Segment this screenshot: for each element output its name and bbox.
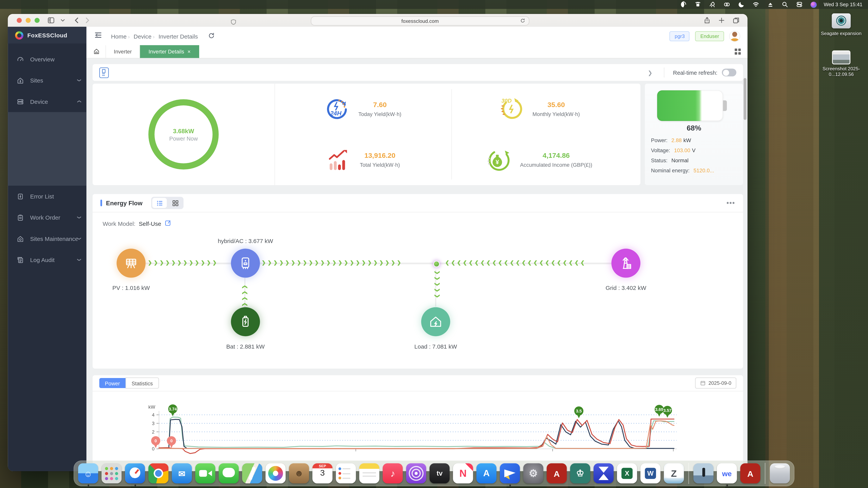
date-picker[interactable]: 2025-09-0 [695, 378, 736, 389]
expand-info-chevron-icon[interactable]: ❯ [648, 69, 652, 75]
user-avatar[interactable] [730, 31, 740, 41]
siri-icon[interactable] [810, 1, 816, 7]
page-scrollbar-thumb[interactable] [744, 78, 746, 120]
dock-icon-spark-mail[interactable] [500, 463, 520, 484]
back-button[interactable] [73, 17, 80, 24]
tab-grid-icon[interactable] [735, 46, 741, 57]
dock-icon-wetransfer[interactable]: we [717, 463, 737, 484]
share-icon[interactable] [704, 17, 711, 24]
address-bar[interactable]: foxesscloud.com [311, 16, 529, 26]
tab-inverter[interactable]: Inverter [105, 45, 140, 58]
dock-icon-appletv[interactable]: tv [430, 463, 450, 484]
close-tab-icon[interactable]: × [188, 48, 191, 55]
card-menu-icon[interactable]: ••• [726, 199, 735, 207]
creative-cloud-icon[interactable] [723, 1, 731, 8]
vpn-lock-icon[interactable] [694, 1, 702, 8]
home-tab-icon[interactable] [93, 46, 100, 57]
breadcrumb-item[interactable]: Device › [134, 33, 155, 39]
eject-icon[interactable] [767, 1, 774, 8]
grid-view-button[interactable] [168, 198, 183, 208]
battery-row: Voltage:103.00V [651, 145, 739, 155]
minimize-window-button[interactable] [26, 18, 31, 23]
desktop-icon-screenshot[interactable]: Screenshot 2025-0...12.09.56 [818, 51, 865, 77]
realtime-refresh-toggle[interactable] [722, 69, 737, 76]
sidebar-item-log-audit[interactable]: Log Audit❯ [8, 249, 86, 270]
sidebar-item-device[interactable]: Device❯ [8, 91, 86, 112]
reload-icon[interactable] [520, 18, 525, 24]
role-badge[interactable]: Enduser [695, 31, 724, 41]
dock-icon-system-settings[interactable]: ⚙ [523, 463, 544, 484]
dock-icon-facetime[interactable] [195, 463, 215, 484]
load-node[interactable] [421, 307, 450, 336]
sidebar-subitem-inverter[interactable] [8, 112, 86, 131]
dock-icon-hmrc[interactable]: ♔ [570, 463, 590, 484]
sidebar-item-work-order[interactable]: Work Order❯ [8, 207, 86, 228]
new-tab-icon[interactable] [718, 17, 725, 24]
dock-icon-launchpad[interactable] [101, 463, 122, 484]
tab-overview-icon[interactable] [733, 17, 740, 24]
dock-icon-notes[interactable] [359, 463, 379, 484]
sidebar-item-error-list[interactable]: Error List [8, 186, 86, 207]
dock-icon-trash[interactable] [770, 463, 790, 484]
dock-icon-finder[interactable]: ☺ [78, 463, 98, 484]
wifi-icon[interactable] [752, 1, 760, 8]
tab-power[interactable]: Power [99, 378, 125, 388]
dock-icon-mail[interactable]: ✉ [172, 463, 192, 484]
spotlight-search-icon[interactable] [781, 1, 788, 8]
grid-node[interactable] [612, 249, 641, 278]
tab-statistics[interactable]: Statistics [126, 378, 159, 389]
sidebar-subitem-meter[interactable] [8, 149, 86, 167]
helper-app-icon[interactable] [680, 1, 687, 8]
privacy-shield-icon[interactable] [230, 17, 237, 27]
dock-icon-acrobat-2[interactable]: A [740, 463, 761, 484]
dock-icon-safari[interactable] [125, 463, 145, 484]
battery-node[interactable] [231, 307, 260, 336]
dock-icon-zotero[interactable]: Z [664, 463, 684, 484]
rocket-icon[interactable] [709, 1, 716, 8]
power-line-chart[interactable]: 43210kW003.743.53.693.57 [93, 392, 743, 471]
dock-icon-music[interactable]: ♪ [383, 463, 403, 484]
sidebar-chevron-icon[interactable] [59, 17, 66, 24]
close-window-button[interactable] [17, 18, 22, 23]
desktop-icon-seagate-drive[interactable]: Seagate expansion [818, 13, 865, 37]
inverter-node[interactable] [231, 249, 260, 278]
dock-icon-hourglass-app[interactable] [593, 463, 614, 484]
dock-icon-appstore[interactable]: A [476, 463, 497, 484]
dock-icon-chrome[interactable] [148, 463, 168, 484]
dock-icon-word[interactable]: W [640, 463, 660, 484]
dock-icon-calendar[interactable]: SEP 3 [312, 463, 333, 484]
svg-text:30D: 30D [501, 97, 511, 103]
sidebar-subitem-datalogger[interactable] [8, 131, 86, 149]
sidebar-toggle-icon[interactable] [48, 17, 55, 24]
focus-moon-icon[interactable] [738, 1, 745, 8]
dock-icon-excel[interactable]: X [617, 463, 637, 484]
edit-work-model-icon[interactable] [164, 219, 171, 229]
battery-row: Status:Normal [651, 155, 739, 165]
zoom-window-button[interactable] [35, 18, 40, 23]
sidebar-subitem-ems[interactable] [8, 167, 86, 186]
dock-icon-photos[interactable] [266, 463, 286, 484]
breadcrumb-item[interactable]: Home › [111, 33, 130, 39]
dock-icon-news[interactable]: N [453, 463, 473, 484]
tab-inverter-details[interactable]: Inverter Details× [140, 45, 199, 58]
breadcrumb-item[interactable]: Inverter Details › [158, 33, 198, 39]
sidebar-item-sites[interactable]: Sites❯ [8, 70, 86, 91]
sidebar-item-overview[interactable]: Overview [8, 48, 86, 69]
forward-button[interactable] [84, 17, 91, 24]
list-view-button[interactable] [153, 198, 167, 208]
dock-icon-contacts[interactable]: ☻ [289, 463, 309, 484]
workspace-badge[interactable]: pgr3 [670, 31, 690, 41]
dock-icon-reminders[interactable] [336, 463, 356, 484]
pv-node[interactable] [117, 249, 146, 278]
sidebar-item-sites-maintenance[interactable]: Sites Maintenance❯ [8, 228, 86, 249]
dock-icon-maps[interactable] [242, 463, 262, 484]
control-center-icon[interactable] [796, 1, 803, 8]
dock-icon-acrobat[interactable]: A [547, 463, 567, 484]
dock-icon-downloads-stack[interactable] [693, 463, 714, 484]
collapse-sidebar-icon[interactable] [94, 31, 102, 41]
refresh-page-icon[interactable] [208, 31, 215, 41]
energy-flow-card: Energy Flow ••• Work Model: Self-Use [93, 194, 743, 368]
menubar-clock[interactable]: Wed 3 Sep 15:41 [824, 2, 862, 7]
dock-icon-podcasts[interactable] [406, 463, 426, 484]
dock-icon-messages[interactable] [219, 463, 239, 484]
